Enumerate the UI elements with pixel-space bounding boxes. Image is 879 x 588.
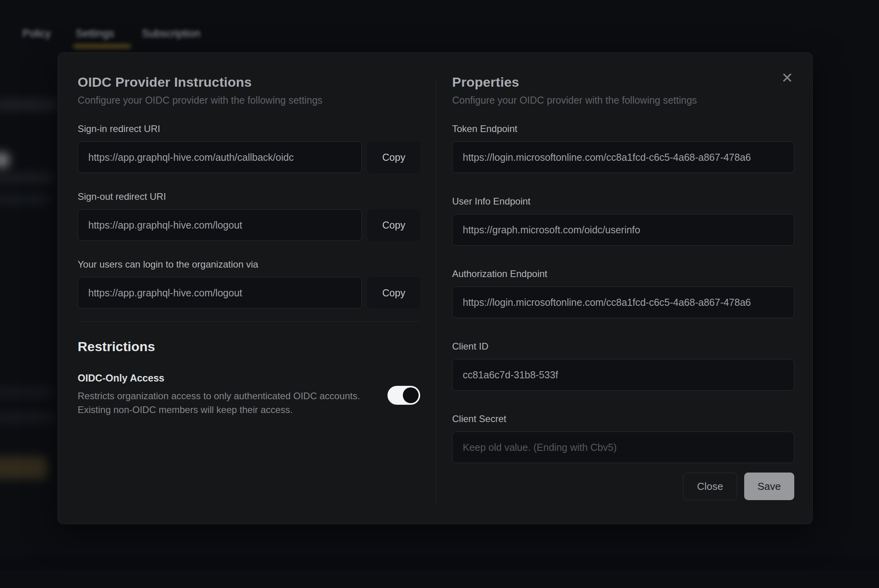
sign-out-redirect-uri-label: Sign-out redirect URI	[78, 191, 420, 202]
close-button[interactable]: Close	[683, 473, 737, 500]
close-icon[interactable]: ✕	[776, 67, 798, 89]
oidc-only-access-row: OIDC-Only Access Restricts organization …	[78, 372, 420, 417]
login-url-input[interactable]	[78, 277, 362, 309]
user-info-endpoint-field: User Info Endpoint	[452, 196, 794, 246]
user-info-endpoint-label: User Info Endpoint	[452, 196, 794, 207]
login-url-copy-button[interactable]: Copy	[367, 277, 420, 309]
login-url-label: Your users can login to the organization…	[78, 259, 420, 270]
restrictions-divider	[78, 321, 420, 322]
token-endpoint-label: Token Endpoint	[452, 123, 794, 134]
oidc-only-access-label: OIDC-Only Access	[78, 372, 360, 384]
blurred-background-text	[0, 387, 54, 397]
sign-in-redirect-uri-input[interactable]	[78, 141, 362, 173]
oidc-only-access-description-line1: Restricts organization access to only au…	[78, 389, 360, 403]
blurred-background-button	[0, 456, 47, 479]
save-button[interactable]: Save	[744, 473, 794, 500]
instructions-subtitle: Configure your OIDC provider with the fo…	[78, 95, 420, 106]
properties-subtitle: Configure your OIDC provider with the fo…	[452, 95, 794, 106]
sign-out-redirect-uri-input[interactable]	[78, 209, 362, 241]
tab-subscription[interactable]: Subscription	[142, 28, 201, 40]
client-secret-field: Client Secret	[452, 413, 794, 463]
blurred-background-text	[0, 99, 58, 110]
toggle-knob	[403, 387, 419, 403]
sign-in-redirect-uri-label: Sign-in redirect URI	[78, 123, 420, 134]
oidc-only-access-description-line2: Existing non-OIDC members will keep thei…	[78, 403, 360, 417]
user-info-endpoint-input[interactable]	[452, 214, 794, 246]
modal-footer: Close Save	[452, 473, 794, 500]
authorization-endpoint-field: Authorization Endpoint	[452, 268, 794, 318]
oidc-only-access-toggle[interactable]	[387, 386, 420, 405]
oidc-instructions-section: OIDC Provider Instructions Configure you…	[58, 53, 436, 524]
sign-in-copy-button[interactable]: Copy	[367, 141, 420, 173]
sign-out-redirect-uri-field: Sign-out redirect URI Copy	[78, 191, 420, 241]
blurred-background-text	[0, 173, 54, 183]
restrictions-title: Restrictions	[78, 339, 420, 354]
active-tab-underline	[73, 45, 131, 48]
sign-out-copy-button[interactable]: Copy	[367, 209, 420, 241]
blurred-background-text	[0, 195, 50, 204]
oidc-only-access-text: OIDC-Only Access Restricts organization …	[78, 372, 360, 417]
properties-section: Properties Configure your OIDC provider …	[436, 53, 812, 524]
tab-policy[interactable]: Policy	[22, 28, 51, 40]
blurred-background-text	[0, 412, 56, 423]
sign-in-redirect-uri-field: Sign-in redirect URI Copy	[78, 123, 420, 173]
client-id-field: Client ID	[452, 341, 794, 391]
login-url-field: Your users can login to the organization…	[78, 259, 420, 309]
properties-title: Properties	[452, 74, 794, 90]
instructions-title: OIDC Provider Instructions	[78, 74, 420, 90]
client-id-input[interactable]	[452, 359, 794, 391]
authorization-endpoint-label: Authorization Endpoint	[452, 268, 794, 279]
blurred-background-dot	[0, 152, 9, 168]
token-endpoint-field: Token Endpoint	[452, 123, 794, 173]
oidc-settings-modal: ✕ OIDC Provider Instructions Configure y…	[58, 52, 813, 524]
background-band	[0, 556, 879, 570]
tab-settings[interactable]: Settings	[76, 28, 114, 40]
client-id-label: Client ID	[452, 341, 794, 352]
token-endpoint-input[interactable]	[452, 141, 794, 173]
column-divider	[436, 79, 436, 506]
client-secret-input[interactable]	[452, 432, 794, 463]
authorization-endpoint-input[interactable]	[452, 287, 794, 318]
client-secret-label: Client Secret	[452, 413, 794, 424]
